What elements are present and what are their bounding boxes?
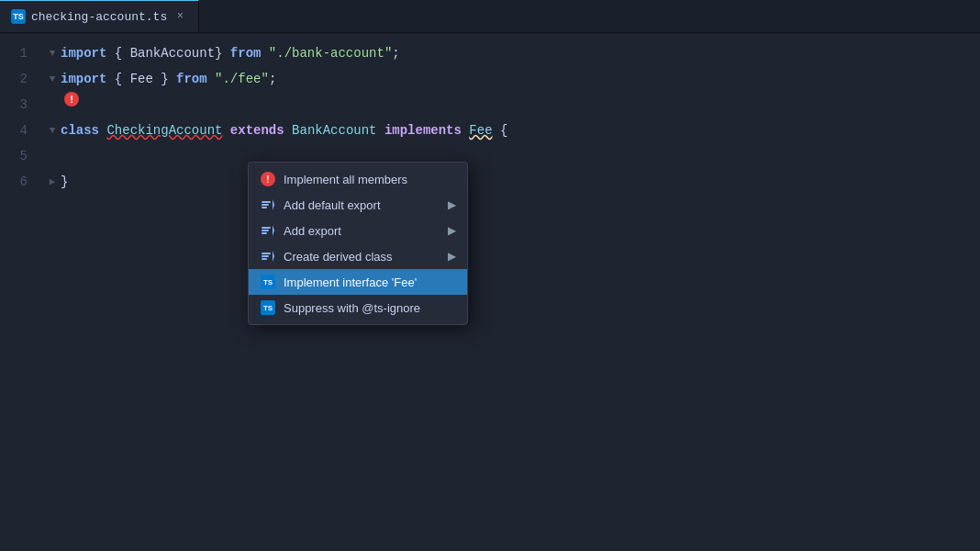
arrow-icon-3: ▶ xyxy=(448,250,456,263)
code-text-1c: ; xyxy=(392,40,399,66)
menu-item-create-derived[interactable]: Create derived class ▶ xyxy=(249,243,467,269)
fold-icon-1[interactable]: ▼ xyxy=(46,47,59,60)
line-number-1: 1 xyxy=(0,40,46,66)
menu-item-implement-all[interactable]: ! Implement all members xyxy=(249,166,467,192)
menu-label-implement-interface: Implement interface 'Fee' xyxy=(284,276,417,289)
keyword-implements: implements xyxy=(384,118,462,143)
closing-brace: } xyxy=(61,169,68,195)
line-content-6: ▶ } xyxy=(46,169,980,195)
tab-ts-icon: TS xyxy=(11,9,26,24)
string-1: "./bank-account" xyxy=(269,40,392,66)
fold-icon-6[interactable]: ▶ xyxy=(46,175,59,188)
line-content-1: ▼ import { BankAccount} from "./bank-acc… xyxy=(46,40,980,66)
line-number-5: 5 xyxy=(0,143,46,169)
svg-rect-1 xyxy=(262,204,269,206)
line-number-3: 3 xyxy=(0,92,46,118)
wrench-icon-3 xyxy=(260,248,276,264)
menu-label-add-export: Add export xyxy=(284,224,341,238)
keyword-import-1: import xyxy=(61,40,106,66)
line-content-4: ▼ class CheckingAccount extends BankAcco… xyxy=(46,118,980,143)
svg-rect-0 xyxy=(262,201,271,203)
code-text-1a: { BankAccount} xyxy=(106,40,229,66)
menu-label-add-default-export: Add default export xyxy=(284,198,381,212)
menu-label-implement-all: Implement all members xyxy=(284,173,407,186)
wrench-icon-1 xyxy=(260,197,276,213)
ts-badge-2: TS xyxy=(260,299,276,316)
menu-item-add-export[interactable]: Add export ▶ xyxy=(249,218,467,243)
line-4: 4 ▼ class CheckingAccount extends BankAc… xyxy=(0,118,980,143)
arrow-icon-1: ▶ xyxy=(448,198,456,211)
keyword-from-2: from xyxy=(176,66,207,92)
code-space-4e xyxy=(462,118,469,143)
menu-item-add-default-export[interactable]: Add default export ▶ xyxy=(249,192,467,218)
line-5: 5 ▼ xyxy=(0,143,980,169)
svg-marker-7 xyxy=(273,225,274,236)
error-circle-icon: ! xyxy=(260,171,276,187)
line-content-5: ▼ xyxy=(46,143,980,156)
code-text-2a: { Fee } xyxy=(106,66,176,92)
code-text-2b xyxy=(207,66,215,92)
svg-rect-4 xyxy=(262,227,271,229)
menu-item-suppress-ts-ignore[interactable]: TS Suppress with @ts-ignore xyxy=(249,295,467,320)
keyword-import-2: import xyxy=(61,66,106,92)
svg-rect-5 xyxy=(262,230,269,231)
code-space-4d xyxy=(377,118,384,143)
tab-bar: TS checking-account.ts × xyxy=(0,0,980,33)
code-editor: 1 ▼ import { BankAccount} from "./bank-a… xyxy=(0,33,980,551)
class-name-bank: BankAccount xyxy=(292,118,376,143)
code-space-4a xyxy=(99,118,106,143)
svg-marker-11 xyxy=(273,251,274,262)
line-2: 2 ▼ import { Fee } from "./fee" ; xyxy=(0,66,980,92)
class-name-checking: CheckingAccount xyxy=(106,118,222,143)
code-text-1b xyxy=(261,40,268,66)
svg-rect-2 xyxy=(262,207,267,208)
tab-checking-account[interactable]: TS checking-account.ts × xyxy=(0,0,199,32)
keyword-from-1: from xyxy=(230,40,262,66)
line-number-2: 2 xyxy=(0,66,46,92)
fold-icon-2[interactable]: ▼ xyxy=(46,73,59,85)
error-badge-3: ! xyxy=(64,92,79,107)
ts-badge-1: TS xyxy=(260,274,276,290)
tab-label: checking-account.ts xyxy=(31,10,167,24)
menu-label-create-derived: Create derived class xyxy=(284,250,393,264)
keyword-class: class xyxy=(61,118,99,143)
code-space-4c xyxy=(284,118,292,143)
tab-close-button[interactable]: × xyxy=(173,9,187,24)
code-space-4b xyxy=(222,118,229,143)
keyword-extends: extends xyxy=(230,118,284,143)
menu-item-implement-interface[interactable]: TS Implement interface 'Fee' xyxy=(249,269,467,295)
string-2: "./fee" xyxy=(215,66,269,92)
wrench-icon-2 xyxy=(260,222,276,239)
fold-icon-4[interactable]: ▼ xyxy=(46,124,59,137)
line-content-2: ▼ import { Fee } from "./fee" ; xyxy=(46,66,980,92)
context-menu: ! Implement all members Add default expo… xyxy=(248,162,468,325)
line-content-3: ▼ ! xyxy=(46,92,980,107)
code-brace-4: { xyxy=(493,118,508,143)
svg-rect-10 xyxy=(262,258,267,260)
arrow-icon-2: ▶ xyxy=(448,224,456,237)
line-6: 6 ▶ } xyxy=(0,169,980,195)
svg-rect-6 xyxy=(262,232,267,234)
line-number-4: 4 xyxy=(0,118,46,143)
line-3: 3 ▼ ! xyxy=(0,92,980,118)
code-text-2c: ; xyxy=(269,66,276,92)
line-number-6: 6 xyxy=(0,169,46,195)
line-1: 1 ▼ import { BankAccount} from "./bank-a… xyxy=(0,40,980,66)
svg-rect-8 xyxy=(262,253,271,254)
svg-rect-9 xyxy=(262,255,269,257)
svg-marker-3 xyxy=(273,199,274,210)
menu-label-suppress-ts-ignore: Suppress with @ts-ignore xyxy=(284,301,420,315)
class-name-fee: Fee xyxy=(469,118,492,143)
